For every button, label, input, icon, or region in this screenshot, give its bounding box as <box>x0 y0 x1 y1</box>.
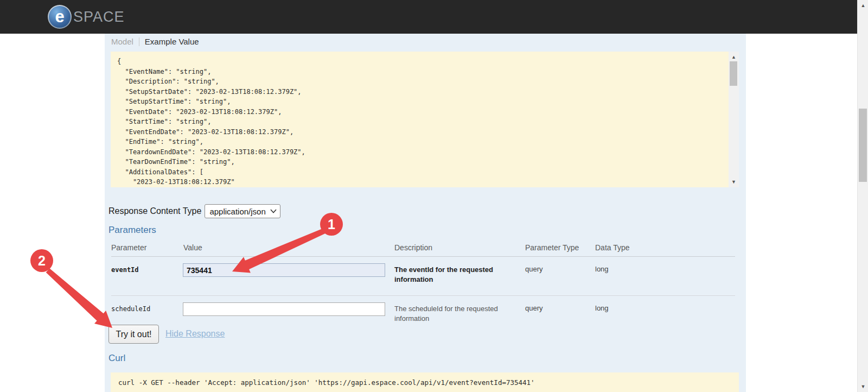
data-type: long <box>595 263 735 273</box>
code-line: "TeardownEndDate": "2023-02-13T18:08:12.… <box>117 147 726 157</box>
param-type: query <box>525 302 595 312</box>
response-content-type-value: application/json <box>209 207 265 216</box>
scroll-up-icon[interactable]: ▲ <box>858 1 868 10</box>
code-line: "2023-02-13T18:08:12.379Z" <box>117 177 726 187</box>
logo-e-glyph: e <box>55 8 64 25</box>
col-parameter-type: Parameter Type <box>525 243 595 252</box>
col-data-type: Data Type <box>595 243 735 252</box>
scroll-up-icon[interactable]: ▲ <box>729 53 739 61</box>
code-line: "AdditionalDates": [ <box>117 167 726 178</box>
data-type: long <box>595 302 735 312</box>
param-name: eventId <box>111 263 183 274</box>
parameters-table-header: Parameter Value Description Parameter Ty… <box>111 243 735 257</box>
code-line: "StartTime": "string", <box>117 117 726 127</box>
code-line: "Description": "string", <box>117 77 726 87</box>
code-line: "EventEndDate": "2023-02-13T18:08:12.379… <box>117 127 726 137</box>
param-name: scheduleId <box>111 302 183 313</box>
page-scrollbar[interactable]: ▲ ▼ <box>857 0 868 392</box>
page-scrollbar-thumb[interactable] <box>859 109 867 182</box>
app-header: e SPACE <box>0 0 857 34</box>
scroll-down-icon[interactable]: ▼ <box>729 178 739 186</box>
annotation-circle-2 <box>30 249 53 272</box>
curl-heading: Curl <box>108 353 125 364</box>
parameters-table: Parameter Value Description Parameter Ty… <box>111 243 735 331</box>
chevron-down-icon <box>270 209 277 213</box>
response-content-type-label: Response Content Type <box>108 206 201 216</box>
annotation-number-2: 2 <box>38 253 46 268</box>
param-description: The scheduleId for the requested informa… <box>394 302 503 324</box>
example-value-code-block: { "EventName": "string", "Description": … <box>111 52 739 187</box>
col-description: Description <box>394 243 525 252</box>
code-line: "SetupStartTime": "string", <box>117 97 726 107</box>
model-example-tabs: Model Example Value <box>111 37 199 46</box>
operation-panel: Model Example Value { "EventName": "stri… <box>105 34 746 392</box>
code-block-scrollbar[interactable]: ▲ ▼ <box>729 52 739 187</box>
table-row-scheduleid: scheduleId The scheduleId for the reques… <box>111 296 735 331</box>
tab-example-value[interactable]: Example Value <box>139 37 199 46</box>
col-value: Value <box>183 243 394 252</box>
curl-command: curl -X GET --header 'Accept: applicatio… <box>118 378 731 387</box>
code-line: ], <box>117 187 726 188</box>
code-scrollbar-thumb[interactable] <box>730 61 737 86</box>
table-row-eventid: eventId The eventId for the requested in… <box>111 257 735 296</box>
logo-wordmark: SPACE <box>73 9 125 26</box>
code-line: "TearDownEndTime": "string", <box>117 157 726 167</box>
code-line: "EventDate": "2023-02-13T18:08:12.379Z", <box>117 107 726 117</box>
response-content-type-select[interactable]: application/json <box>205 204 280 218</box>
code-line: "EventName": "string", <box>117 67 726 77</box>
code-line: "EndTime": "string", <box>117 137 726 147</box>
code-line: "SetupStartDate": "2023-02-13T18:08:12.3… <box>117 87 726 97</box>
param-description: The eventId for the requested informatio… <box>394 263 503 284</box>
try-it-out-button[interactable]: Try it out! <box>108 325 159 344</box>
scroll-down-icon[interactable]: ▼ <box>858 382 868 391</box>
eventid-value-input[interactable] <box>183 263 385 277</box>
scheduleid-value-input[interactable] <box>183 302 385 316</box>
curl-code-block: curl -X GET --header 'Accept: applicatio… <box>111 372 739 392</box>
param-type: query <box>525 263 595 273</box>
example-json: { "EventName": "string", "Description": … <box>117 56 726 187</box>
annotation-arrow-2 <box>46 268 112 328</box>
hide-response-link[interactable]: Hide Response <box>165 329 225 339</box>
code-line: { <box>117 56 726 67</box>
parameters-heading: Parameters <box>108 225 156 236</box>
tab-model[interactable]: Model <box>111 37 139 46</box>
espace-logo: e SPACE <box>48 5 125 29</box>
col-parameter: Parameter <box>111 243 183 252</box>
response-content-type-row: Response Content Type application/json <box>108 204 280 218</box>
espace-logo-icon: e <box>48 5 72 29</box>
